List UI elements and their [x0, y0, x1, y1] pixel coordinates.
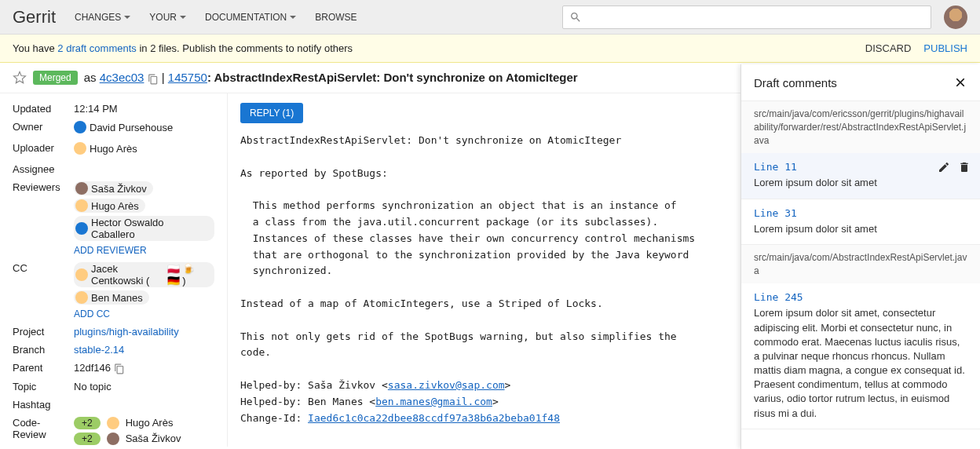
copy-icon[interactable]: [148, 74, 159, 85]
discard-button[interactable]: DISCARD: [865, 42, 912, 54]
owner-chip[interactable]: David Pursehouse: [74, 121, 173, 133]
delete-icon[interactable]: [958, 161, 971, 173]
draft-banner: You have 2 draft comments in 2 files. Pu…: [0, 35, 980, 63]
comment-line-link[interactable]: Line 245: [754, 291, 967, 303]
branch-label: Branch: [13, 344, 74, 356]
reviewer-chip[interactable]: Hugo Arès: [74, 199, 145, 213]
change-metadata: Updated12:14 PM OwnerDavid Pursehouse Up…: [0, 93, 228, 447]
file-path: src/main/java/com/ericsson/gerrit/plugin…: [741, 101, 980, 153]
change-title: as 4c3ec03 | 145750: AbstractIndexRestAp…: [84, 71, 578, 84]
draft-comment-item[interactable]: Line 31 Lorem ipsum dolor sit amet: [741, 199, 980, 245]
status-badge: Merged: [33, 71, 78, 85]
updated-value: 12:14 PM: [74, 103, 214, 115]
change-id-link[interactable]: Iaed6c1c0ca22dbee88ccdf97a38b6a2beba01f4…: [308, 412, 560, 424]
reply-button[interactable]: REPLY (1): [240, 103, 303, 123]
cc-label: CC: [13, 262, 74, 274]
search-input[interactable]: [562, 5, 931, 29]
branch-link[interactable]: stable-2.14: [74, 344, 124, 356]
vote-row: +2Saša Živkov: [74, 433, 214, 445]
file-path: src/main/java/com/AbstractIndexRestApiSe…: [741, 245, 980, 284]
app-logo: Gerrit: [13, 7, 56, 27]
search-icon: [569, 11, 582, 24]
add-reviewer-button[interactable]: ADD REVIEWER: [74, 245, 147, 256]
vote-row: +2Hugo Arès: [74, 417, 214, 429]
nav-changes[interactable]: CHANGES: [75, 12, 130, 23]
chevron-down-icon: [290, 16, 296, 19]
change-number-link[interactable]: 145750: [168, 71, 207, 84]
draft-comments-link[interactable]: 2 draft comments: [57, 42, 136, 54]
draft-comment-item[interactable]: Line 11 Lorem ipsum dolor sit amet: [741, 153, 980, 199]
project-link[interactable]: plugins/high-availability: [74, 326, 179, 338]
main-nav: CHANGES YOUR DOCUMENTATION BROWSE: [75, 12, 357, 23]
draft-comments-panel: Draft comments src/main/java/com/ericsso…: [740, 64, 980, 449]
edit-icon[interactable]: [938, 161, 950, 173]
chevron-down-icon: [124, 16, 130, 19]
banner-message: You have 2 draft comments in 2 files. Pu…: [13, 42, 353, 54]
comment-text: Lorem ipsum dolor sit amet: [754, 222, 967, 236]
draft-panel-title: Draft comments: [754, 76, 837, 89]
cc-chip[interactable]: Jacek Centkowski (🇵🇱 🍺 🇩🇪 ): [74, 262, 214, 287]
user-avatar[interactable]: [944, 5, 967, 29]
email-link[interactable]: ben.manes@gmail.com: [375, 396, 492, 407]
assignee-label: Assignee: [13, 163, 74, 175]
cc-chip[interactable]: Ben Manes: [74, 290, 149, 305]
reviewer-chip[interactable]: Saša Živkov: [74, 181, 153, 195]
reviewer-chip[interactable]: Hector Oswaldo Caballero: [74, 216, 214, 241]
copy-icon[interactable]: [114, 363, 125, 374]
owner-label: Owner: [13, 121, 74, 133]
chevron-down-icon: [180, 16, 186, 19]
reviewers-label: Reviewers: [13, 181, 74, 193]
topic-label: Topic: [13, 381, 74, 392]
hashtag-label: Hashtag: [13, 399, 74, 411]
code-review-label: Code-Review: [13, 417, 74, 440]
draft-comment-item[interactable]: Line 245 Lorem ipsum dolor sit amet, con…: [741, 283, 980, 429]
parent-value: 12df146: [74, 362, 111, 374]
commit-sha-link[interactable]: 4c3ec03: [100, 71, 144, 84]
project-label: Project: [13, 326, 74, 338]
comment-line-link[interactable]: Line 31: [754, 207, 967, 219]
publish-button[interactable]: PUBLISH: [923, 42, 967, 54]
vote-badge: +2: [74, 417, 101, 429]
nav-your[interactable]: YOUR: [149, 12, 186, 23]
add-cc-button[interactable]: ADD CC: [74, 308, 110, 319]
vote-badge: +2: [74, 433, 101, 445]
app-header: Gerrit CHANGES YOUR DOCUMENTATION BROWSE: [0, 0, 980, 35]
email-link[interactable]: sasa.zivkov@sap.com: [388, 379, 505, 391]
uploader-chip[interactable]: Hugo Arès: [74, 142, 137, 155]
comment-text: Lorem ipsum dolor sit amet, consectetur …: [754, 306, 967, 421]
nav-documentation[interactable]: DOCUMENTATION: [205, 12, 296, 23]
star-icon[interactable]: [13, 71, 27, 85]
parent-label: Parent: [13, 362, 74, 374]
nav-browse[interactable]: BROWSE: [315, 12, 357, 23]
comment-line-link[interactable]: Line 11: [754, 161, 967, 173]
updated-label: Updated: [13, 103, 74, 115]
uploader-label: Uploader: [13, 142, 74, 154]
topic-value: No topic: [74, 381, 214, 392]
comment-text: Lorem ipsum dolor sit amet: [754, 176, 967, 190]
close-icon[interactable]: [953, 75, 967, 89]
